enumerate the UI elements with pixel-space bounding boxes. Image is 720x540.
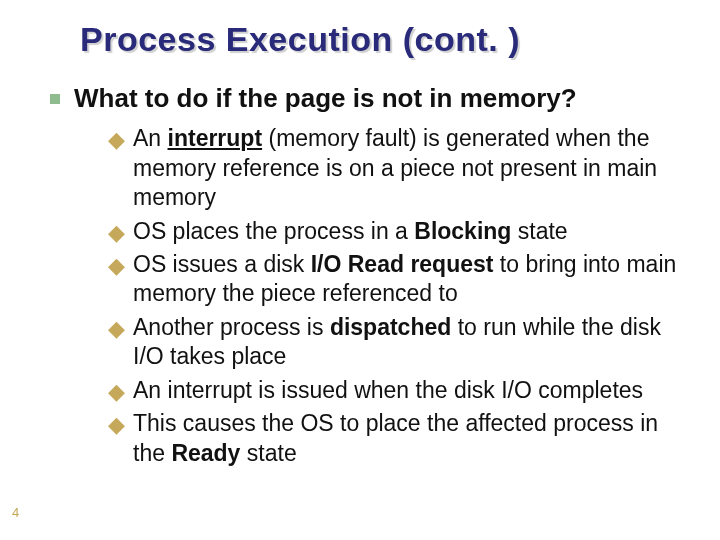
sub-list: ◆ An interrupt (memory fault) is generat…: [108, 124, 680, 468]
list-item-text: OS places the process in a Blocking stat…: [133, 217, 568, 246]
list-item-text: Another process is dispatched to run whi…: [133, 313, 680, 372]
diamond-bullet-icon: ◆: [108, 318, 125, 340]
list-item-text: OS issues a disk I/O Read request to bri…: [133, 250, 680, 309]
list-item-text: This causes the OS to place the affected…: [133, 409, 680, 468]
diamond-bullet-icon: ◆: [108, 129, 125, 151]
list-item-text: An interrupt (memory fault) is generated…: [133, 124, 680, 212]
slide: Process Execution (cont. ) What to do if…: [0, 0, 720, 540]
diamond-bullet-icon: ◆: [108, 414, 125, 436]
list-item-text: An interrupt is issued when the disk I/O…: [133, 376, 643, 405]
list-item: ◆ OS places the process in a Blocking st…: [108, 217, 680, 246]
level1-text: What to do if the page is not in memory?: [74, 83, 577, 114]
slide-title: Process Execution (cont. ): [80, 20, 680, 59]
list-item: ◆ Another process is dispatched to run w…: [108, 313, 680, 372]
list-item: ◆ An interrupt is issued when the disk I…: [108, 376, 680, 405]
square-bullet-icon: [50, 94, 60, 104]
diamond-bullet-icon: ◆: [108, 381, 125, 403]
list-item: ◆ OS issues a disk I/O Read request to b…: [108, 250, 680, 309]
page-number: 4: [12, 505, 19, 520]
level1-item: What to do if the page is not in memory?: [50, 83, 680, 114]
diamond-bullet-icon: ◆: [108, 222, 125, 244]
diamond-bullet-icon: ◆: [108, 255, 125, 277]
list-item: ◆ An interrupt (memory fault) is generat…: [108, 124, 680, 212]
list-item: ◆ This causes the OS to place the affect…: [108, 409, 680, 468]
